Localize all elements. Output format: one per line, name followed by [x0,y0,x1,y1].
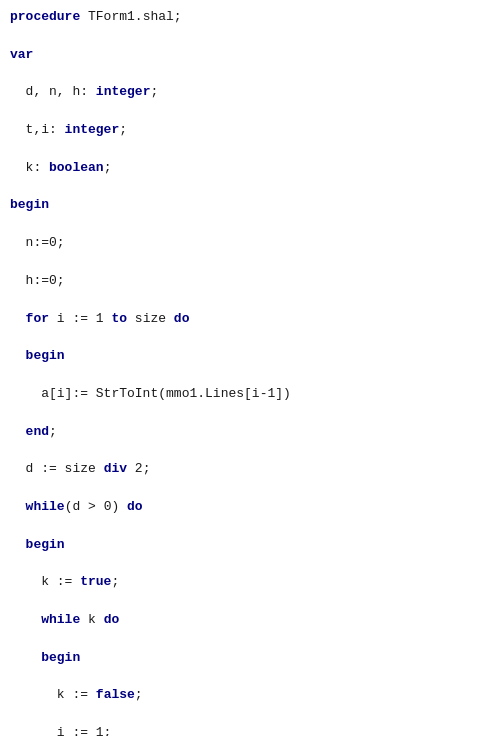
code-line: procedure TForm1.shal; [10,8,490,27]
code-line: a[i]:= StrToInt(mmo1.Lines[i-1]) [10,385,490,404]
code-line: d := size div 2; [10,460,490,479]
code-line: i := 1; [10,724,490,736]
code-line: begin [10,536,490,555]
code-line: k := true; [10,573,490,592]
code-line: var [10,46,490,65]
code-line: end; [10,423,490,442]
code-line: d, n, h: integer; [10,83,490,102]
code-line: t,i: integer; [10,121,490,140]
code-line: begin [10,196,490,215]
code-line: begin [10,347,490,366]
code-line: k: boolean; [10,159,490,178]
code-line: while(d > 0) do [10,498,490,517]
code-line: n:=0; [10,234,490,253]
code-line: h:=0; [10,272,490,291]
code-line: k := false; [10,686,490,705]
code-line: begin [10,649,490,668]
code-line: for i := 1 to size do [10,310,490,329]
code-line: while k do [10,611,490,630]
code-editor: procedure TForm1.shal; var d, n, h: inte… [0,0,500,736]
